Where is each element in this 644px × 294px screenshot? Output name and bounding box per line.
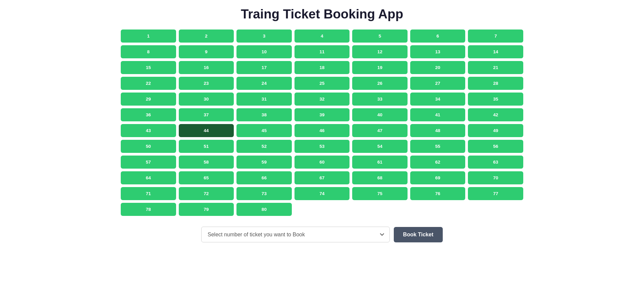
seat-button-79[interactable]: 79 [179,203,234,216]
seat-button-32[interactable]: 32 [294,93,350,106]
seat-button-69[interactable]: 69 [410,171,466,184]
seat-button-49[interactable]: 49 [468,124,523,137]
seat-button-59[interactable]: 59 [236,156,292,169]
seat-button-67[interactable]: 67 [294,171,350,184]
seat-button-2[interactable]: 2 [179,30,234,43]
seat-button-28[interactable]: 28 [468,77,523,90]
seat-button-17[interactable]: 17 [236,61,292,74]
seat-button-16[interactable]: 16 [179,61,234,74]
seat-button-77[interactable]: 77 [468,187,523,200]
seat-button-46[interactable]: 46 [294,124,350,137]
seat-button-19[interactable]: 19 [352,61,408,74]
seat-button-52[interactable]: 52 [236,140,292,153]
seat-button-38[interactable]: 38 [236,108,292,121]
seat-button-9[interactable]: 9 [179,45,234,58]
book-ticket-button[interactable]: Book Ticket [394,227,443,242]
seat-button-63[interactable]: 63 [468,156,523,169]
seat-button-58[interactable]: 58 [179,156,234,169]
seat-button-75[interactable]: 75 [352,187,408,200]
seat-button-22[interactable]: 22 [121,77,176,90]
seat-button-31[interactable]: 31 [236,93,292,106]
seat-button-68[interactable]: 68 [352,171,408,184]
seat-button-61[interactable]: 61 [352,156,408,169]
booking-bar: Select number of ticket you want to Book… [201,227,443,242]
seat-button-56[interactable]: 56 [468,140,523,153]
seat-button-36[interactable]: 36 [121,108,176,121]
seat-button-80[interactable]: 80 [236,203,292,216]
seat-button-33[interactable]: 33 [352,93,408,106]
seat-button-66[interactable]: 66 [236,171,292,184]
seat-button-55[interactable]: 55 [410,140,466,153]
seat-button-48[interactable]: 48 [410,124,466,137]
seat-button-24[interactable]: 24 [236,77,292,90]
seat-button-8[interactable]: 8 [121,45,176,58]
seat-button-60[interactable]: 60 [294,156,350,169]
seat-button-14[interactable]: 14 [468,45,523,58]
seat-button-10[interactable]: 10 [236,45,292,58]
seat-button-25[interactable]: 25 [294,77,350,90]
seat-button-47[interactable]: 47 [352,124,408,137]
seat-button-30[interactable]: 30 [179,93,234,106]
seat-button-21[interactable]: 21 [468,61,523,74]
seat-button-13[interactable]: 13 [410,45,466,58]
seat-button-42[interactable]: 42 [468,108,523,121]
seat-button-1[interactable]: 1 [121,30,176,43]
seat-button-26[interactable]: 26 [352,77,408,90]
seats-grid: 1234567891011121314151617181920212223242… [121,30,523,216]
seat-button-50[interactable]: 50 [121,140,176,153]
app-title: Traing Ticket Booking App [241,7,403,21]
seat-button-54[interactable]: 54 [352,140,408,153]
seat-button-7[interactable]: 7 [468,30,523,43]
seat-button-12[interactable]: 12 [352,45,408,58]
seat-button-65[interactable]: 65 [179,171,234,184]
seat-button-37[interactable]: 37 [179,108,234,121]
seat-button-45[interactable]: 45 [236,124,292,137]
ticket-count-select[interactable]: Select number of ticket you want to Book… [201,227,390,242]
seat-button-44[interactable]: 44 [179,124,234,137]
seat-button-34[interactable]: 34 [410,93,466,106]
seat-button-27[interactable]: 27 [410,77,466,90]
seat-button-62[interactable]: 62 [410,156,466,169]
seat-button-41[interactable]: 41 [410,108,466,121]
seat-button-15[interactable]: 15 [121,61,176,74]
seat-button-4[interactable]: 4 [294,30,350,43]
seat-button-23[interactable]: 23 [179,77,234,90]
seat-button-57[interactable]: 57 [121,156,176,169]
seat-button-3[interactable]: 3 [236,30,292,43]
seat-button-5[interactable]: 5 [352,30,408,43]
seat-button-53[interactable]: 53 [294,140,350,153]
seat-button-6[interactable]: 6 [410,30,466,43]
seat-button-71[interactable]: 71 [121,187,176,200]
seat-button-20[interactable]: 20 [410,61,466,74]
seat-button-18[interactable]: 18 [294,61,350,74]
seat-button-64[interactable]: 64 [121,171,176,184]
seat-button-35[interactable]: 35 [468,93,523,106]
seat-button-51[interactable]: 51 [179,140,234,153]
seat-button-11[interactable]: 11 [294,45,350,58]
seat-button-72[interactable]: 72 [179,187,234,200]
seat-button-74[interactable]: 74 [294,187,350,200]
seat-button-76[interactable]: 76 [410,187,466,200]
seat-button-39[interactable]: 39 [294,108,350,121]
seat-button-78[interactable]: 78 [121,203,176,216]
seat-button-29[interactable]: 29 [121,93,176,106]
seat-button-70[interactable]: 70 [468,171,523,184]
seat-button-40[interactable]: 40 [352,108,408,121]
seat-button-43[interactable]: 43 [121,124,176,137]
seat-button-73[interactable]: 73 [236,187,292,200]
